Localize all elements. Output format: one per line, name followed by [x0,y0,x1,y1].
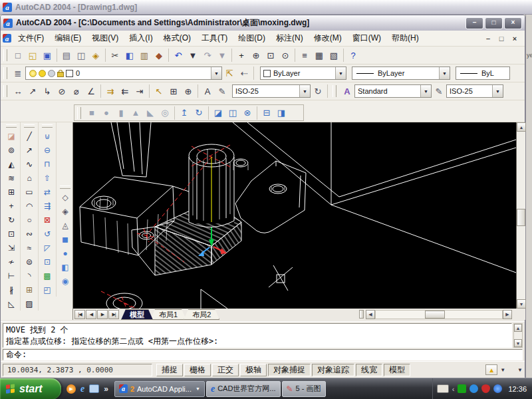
circle-icon[interactable]: ○ [22,213,37,227]
polyline-icon[interactable]: ∿ [22,157,37,171]
copy-faces-icon[interactable]: ⊡ [40,255,55,269]
tab-布局1[interactable]: 布局1 [150,309,186,320]
keyboard-icon[interactable] [437,384,449,393]
menu-item-9[interactable]: 修改(M) [309,31,347,45]
center-mark-icon[interactable]: ⊕ [181,84,196,98]
horizontal-scroll-thumb[interactable] [425,311,445,319]
menu-item-2[interactable]: 编辑(E) [49,31,86,45]
stretch-icon[interactable]: ⇲ [4,241,19,255]
toolbar-grip[interactable] [3,85,7,97]
dim-linear-icon[interactable]: ↔ [11,84,25,98]
tab-nav-next-icon[interactable]: ▶ [97,310,108,319]
2d-wireframe-icon[interactable]: ◇ [58,190,72,204]
status-tray-arrow-icon[interactable]: ▼ [500,367,505,373]
status-toggle-极轴[interactable]: 极轴 [240,364,267,376]
tolerance-icon[interactable]: ⊞ [166,84,181,98]
flat-shaded-icon[interactable]: ◼ [58,232,72,246]
trim-icon[interactable]: ≁ [4,255,19,269]
properties-icon[interactable]: ≡ [297,49,312,63]
status-toggle-线宽[interactable]: 线宽 [356,364,382,376]
tab-nav-first-icon[interactable]: |◀ [74,310,85,319]
tab-nav-prev-icon[interactable]: ◀ [86,310,96,319]
rotate-faces-icon[interactable]: ↺ [40,227,55,241]
mdi-close-button[interactable]: × [510,35,519,43]
dim-style-dropdown-2[interactable]: ISO-25 ▼ [446,84,503,98]
insert-block-icon[interactable]: ⊞ [22,283,37,297]
print-icon[interactable]: ▤ [59,49,74,63]
scroll-up-icon[interactable]: ▲ [517,122,526,132]
3d-wireframe-icon[interactable]: ◈ [58,204,72,218]
toolbar-grip[interactable] [6,124,17,128]
help-icon[interactable]: ? [346,49,360,63]
move-icon[interactable]: + [4,199,19,213]
zoom-realtime-icon[interactable]: ⊕ [249,49,263,63]
hidden-icon[interactable]: ◬ [58,218,72,232]
dim-update-icon[interactable]: ↻ [311,84,325,98]
taskbar-task-AutoCAD Appli...[interactable]: a2AutoCAD Appli...▼ [114,381,205,397]
quick-leader-icon[interactable]: ↖ [152,84,166,98]
layers-icon[interactable]: ≣ [11,66,25,80]
menu-item-6[interactable]: 工具(T) [196,31,233,45]
quick-dimension-icon[interactable]: ⇉ [103,84,118,98]
delete-faces-icon[interactable]: ⊠ [40,213,55,227]
color-faces-icon[interactable]: ▩ [40,269,55,283]
command-scrollbar[interactable]: ▲ ▼ [513,323,523,348]
tray-shield-icon[interactable] [481,384,490,393]
menu-item-3[interactable]: 视图(V) [86,31,124,45]
vertical-scroll-thumb[interactable] [517,209,525,226]
dim-angular-icon[interactable]: ∠ [84,84,98,98]
spline-icon[interactable]: ≈ [22,241,37,255]
undo-icon[interactable]: ↶ [171,49,186,63]
dim-style-apply-icon[interactable]: ✎ [432,84,446,98]
break-icon[interactable]: ∦ [4,283,19,297]
layer-previous-icon[interactable]: ⇠ [237,66,251,80]
pan-icon[interactable]: + [234,49,249,63]
status-toggle-对象追踪[interactable]: 对象追踪 [312,364,354,376]
dim-style-dropdown[interactable]: ISO-25 ▼ [232,84,311,98]
dropdown-arrow-icon[interactable]: ▼ [211,67,221,79]
extend-icon[interactable]: ⊢ [4,269,19,283]
shell-icon[interactable]: ◰ [40,283,55,297]
toolbar-grip[interactable] [60,186,70,189]
rotate-icon[interactable]: ↻ [4,213,19,227]
scroll-up-icon[interactable]: ▲ [514,324,522,332]
tray-green-icon[interactable] [458,384,466,393]
dropdown-arrow-icon[interactable]: ▼ [335,67,346,79]
dim-baseline-icon[interactable]: ⇇ [118,84,132,98]
array-icon[interactable]: ⊞ [4,185,19,199]
toolbar-grip[interactable] [3,67,7,79]
chamfer-icon[interactable]: ◺ [4,297,19,311]
redo-icon[interactable]: ↷ [200,49,215,63]
ellipse-arc-icon[interactable]: ◝ [22,269,37,283]
dropdown-arrow-icon[interactable]: ▼ [299,85,310,97]
mdi-restore-button[interactable]: □ [497,35,506,43]
dropdown-arrow-icon[interactable]: ▼ [420,85,431,97]
revision-cloud-icon[interactable]: ∾ [22,227,37,241]
zoom-previous-icon[interactable]: ⊙ [278,49,293,63]
move-faces-icon[interactable]: ⇄ [40,185,55,199]
lineweight-dropdown[interactable]: ByL [456,66,510,80]
tab-nav-last-icon[interactable]: ▶| [108,310,119,319]
publish-icon[interactable]: ◈ [88,49,103,63]
zoom-window-icon[interactable]: ⊡ [263,49,278,63]
more-chevron-icon[interactable]: » [104,384,108,394]
horizontal-scrollbar[interactable] [375,310,503,319]
dim-text-edit-icon[interactable]: A [200,84,215,98]
match-properties-icon[interactable]: ◆ [152,49,166,63]
make-layer-current-icon[interactable]: ⇱ [222,66,237,80]
tool-palettes-icon[interactable]: ▧ [327,49,341,63]
design-center-icon[interactable]: ▦ [312,49,327,63]
communication-center-icon[interactable]: ▲ [485,364,497,375]
cone-icon[interactable]: ▲ [128,106,143,120]
redo-drop-icon[interactable]: ▼ [215,49,229,63]
maximize-button[interactable]: □ [485,17,503,29]
dim-ordinate-icon[interactable]: ↳ [40,84,55,98]
wedge-icon[interactable]: ◣ [143,106,158,120]
taskbar-task-5 - 画图[interactable]: ✎5 - 画图 [282,381,326,397]
mirror-icon[interactable]: ◭ [4,157,19,171]
status-toggle-对象捕捉[interactable]: 对象捕捉 [268,364,311,376]
box-icon[interactable]: ■ [84,106,99,120]
menu-item-1[interactable]: 文件(F) [13,31,49,45]
tab-模型[interactable]: 模型 [121,309,153,320]
scroll-down-icon[interactable]: ▼ [514,339,522,347]
